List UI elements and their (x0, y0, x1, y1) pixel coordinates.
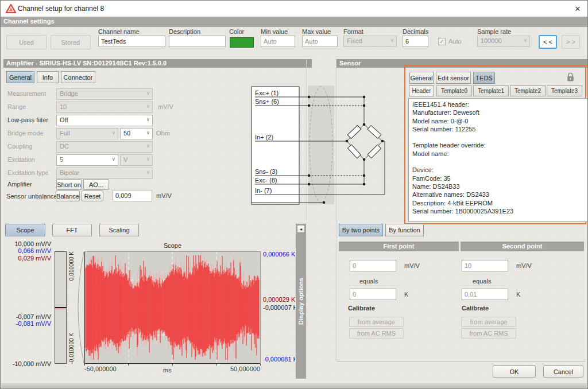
x-axis-unit-label: ms (163, 367, 172, 374)
second-calibrate-label: Calibrate (462, 305, 489, 312)
close-icon[interactable]: ✕ (572, 4, 583, 14)
color-swatch[interactable] (230, 37, 254, 48)
title-bar: Channel setup for channel 8 ✕ (1, 1, 587, 17)
used-button[interactable]: Used (6, 35, 47, 49)
decimals-input[interactable] (403, 36, 428, 47)
second-point-value-input[interactable] (462, 260, 508, 271)
teds-subtab-template0[interactable]: Template0 (436, 85, 472, 96)
scope-ylabel-black-neg: -0,007 mV/V (5, 313, 51, 320)
footer-divider (336, 361, 586, 361)
reset-button[interactable]: Reset (82, 190, 103, 201)
amp-tab-general[interactable]: General (6, 71, 34, 83)
second-from-ac-rms-button[interactable]: from AC RMS (461, 328, 516, 339)
first-point-scaled-input[interactable] (350, 289, 396, 300)
lowpass-label: Low-pass filter (7, 116, 48, 123)
range-unit-label: mV/V (158, 103, 173, 110)
first-point-equals: equals (359, 278, 378, 285)
first-calibrate-label: Calibrate (348, 305, 375, 312)
teds-subtab-template1[interactable]: Template1 (473, 85, 509, 96)
second-point-equals: equals (473, 278, 491, 285)
sensor-tab-edit[interactable]: Edit sensor (436, 72, 471, 84)
window-frame-bottom (1, 382, 587, 388)
amp-tab-connector[interactable]: Connector (61, 71, 95, 83)
sensor-tab-teds[interactable]: TEDS (473, 72, 495, 84)
bridge-mode-label: Bridge mode (7, 130, 43, 137)
first-from-average-button[interactable]: from average (349, 317, 404, 327)
scope-right-label-2: 0,000029 K (263, 296, 295, 303)
x-tick (128, 364, 129, 365)
balance-button[interactable]: Balance (56, 190, 80, 201)
amp-tab-info[interactable]: Info (37, 71, 59, 83)
measurement-select[interactable]: Bridge (56, 88, 153, 100)
max-value-input[interactable] (302, 36, 338, 47)
min-value-label: Min value (261, 28, 288, 35)
unbalance-unit-label: mV/V (156, 192, 172, 199)
teds-subtab-header[interactable]: Header (409, 85, 434, 96)
teds-subtab-template3[interactable]: Template3 (547, 85, 582, 96)
cancel-button[interactable]: Cancel (543, 365, 583, 378)
scope-right-label-3: -0,000007 K (263, 304, 295, 311)
next-channel-button[interactable]: > > (562, 35, 580, 49)
scope-plot (84, 251, 261, 364)
scope-ylabel-max: 10,000 mV/V (5, 240, 51, 247)
first-from-ac-rms-button[interactable]: from AC RMS (349, 328, 404, 339)
pin-label-sns-minus: Sns- (3) (255, 168, 277, 175)
sensor-tab-general[interactable]: General (409, 72, 434, 84)
second-point-header: Second point (461, 242, 584, 251)
second-point-scaled-input[interactable] (462, 289, 508, 300)
scope-tab-scaling[interactable]: Scaling (99, 224, 139, 236)
lowpass-select[interactable]: Off (56, 115, 153, 126)
x-axis-min-label: -50,000000 (84, 365, 117, 372)
min-value-input[interactable] (261, 36, 295, 47)
scope-tab-scope[interactable]: Scope (5, 224, 45, 236)
excitation-type-select[interactable]: Bipolar (56, 168, 153, 179)
decimals-auto-label: Auto (448, 38, 462, 45)
sample-rate-label: Sample rate (477, 28, 511, 35)
second-from-average-button[interactable]: from average (461, 317, 516, 327)
scope-right-label-1: 0,000066 K (263, 251, 295, 258)
description-label: Description (169, 28, 200, 35)
channel-name-input[interactable] (98, 36, 165, 47)
stored-button[interactable]: Stored (51, 35, 91, 49)
amplifier-row-label: Amplifier (7, 181, 32, 188)
prev-channel-button[interactable]: < < (539, 35, 557, 49)
pin-label-exc-minus: Exc- (8) (255, 177, 277, 184)
display-options-collapse-button[interactable]: ◄ (297, 225, 305, 233)
wiring-diagram: Exc+ (1) Sns+ (6) In+ (2) Sns- (3) Exc- … (247, 84, 420, 207)
max-value-label: Max value (302, 28, 331, 35)
ok-button[interactable]: OK (493, 365, 536, 378)
unbalance-value-input[interactable] (113, 190, 152, 201)
format-select[interactable]: Fixed (343, 36, 397, 47)
cal-tab-two-points[interactable]: By two points (339, 224, 383, 236)
level-meter-marker (55, 307, 67, 308)
excitation-label: Excitation (7, 156, 35, 163)
decimals-label: Decimals (403, 28, 428, 35)
range-label: Range (7, 103, 26, 110)
sample-rate-select[interactable]: 100000 (477, 36, 530, 47)
cal-tab-function[interactable]: By function (385, 224, 424, 236)
bridge-resistance-select[interactable]: 50 (120, 128, 153, 139)
scope-ylabel-red-pos: 0,029 mV/V (5, 255, 51, 262)
teds-info-text: IEEE1451.4 header:Manufacturer: Dewesoft… (408, 98, 588, 222)
pin-label-exc-plus: Exc+ (1) (255, 90, 278, 96)
coupling-select[interactable]: DC (56, 141, 153, 153)
range-select[interactable]: 10 (56, 102, 153, 113)
teds-subtab-template2[interactable]: Template2 (510, 85, 546, 96)
pin-label-in-minus: In- (7) (255, 187, 272, 194)
bridge-mode-select[interactable]: Full (56, 128, 118, 139)
decimals-auto-checkbox[interactable]: ✓ (438, 38, 446, 45)
ao-button[interactable]: AO... (83, 179, 109, 190)
description-input[interactable] (169, 36, 226, 47)
x-tick (260, 364, 261, 365)
scope-tab-fft[interactable]: FFT (52, 224, 92, 236)
excitation-unit-select[interactable]: V (120, 154, 153, 166)
pin-label-sns-plus: Sns+ (6) (255, 98, 279, 105)
amplifier-panel-header: Amplifier - SIRIUS-HS-LV SN:D012914BC1 R… (3, 59, 312, 68)
short-on-button[interactable]: Short on (56, 179, 82, 190)
x-tick (216, 364, 217, 365)
scope-ylabel-blue-pos: 0,066 mV/V (5, 247, 51, 254)
channel-settings-header: Channel settings (1, 17, 588, 27)
first-point-value-input[interactable] (350, 260, 396, 271)
second-point-scaled-unit: K (516, 291, 520, 298)
excitation-select[interactable]: 5 (56, 154, 118, 166)
